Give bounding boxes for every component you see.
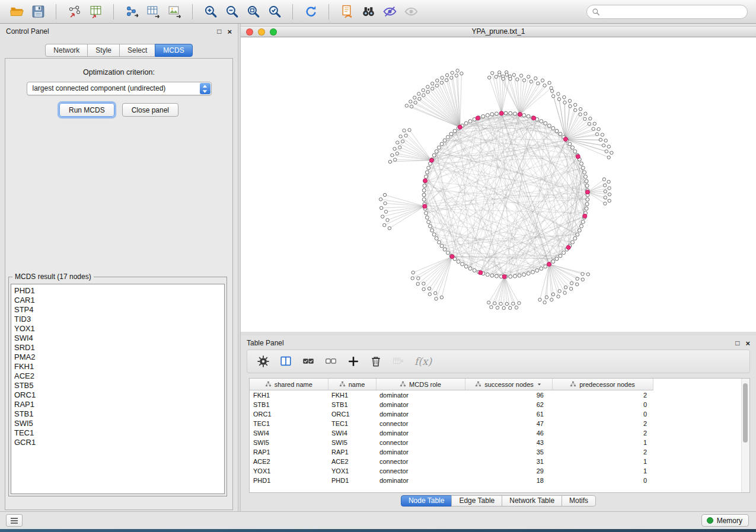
graph-node[interactable] [453, 129, 457, 133]
graph-node-dominator[interactable] [429, 158, 433, 162]
graph-node[interactable] [579, 113, 582, 116]
cell-shared-name[interactable]: RAP1 [250, 447, 328, 457]
graph-node[interactable] [576, 283, 579, 286]
cell-shared-name[interactable]: STB1 [250, 400, 328, 409]
graph-node[interactable] [558, 290, 561, 293]
graph-node[interactable] [522, 114, 526, 117]
graph-node[interactable] [585, 203, 589, 206]
cell-predecessor-nodes[interactable]: 1 [552, 466, 653, 476]
import-table-file-button[interactable] [85, 2, 106, 21]
graph-node[interactable] [607, 180, 610, 183]
cell-shared-name[interactable]: ORC1 [250, 409, 328, 419]
graph-node[interactable] [440, 296, 443, 299]
table-row[interactable]: SWI4SWI4dominator462 [250, 428, 653, 438]
column-header-shared-name[interactable]: shared name [250, 379, 328, 390]
graph-node[interactable] [571, 146, 575, 149]
table-row[interactable]: PHD1PHD1dominator180 [250, 476, 653, 485]
graph-node[interactable] [552, 95, 555, 98]
graph-node[interactable] [513, 112, 517, 116]
cell-successor-nodes[interactable]: 61 [465, 409, 552, 419]
cell-successor-nodes[interactable]: 62 [465, 400, 552, 409]
mcds-result-item[interactable]: SRD1 [14, 343, 224, 352]
close-panel-action-button[interactable]: Close panel [122, 103, 178, 117]
graph-node[interactable] [540, 120, 543, 123]
tab-network-table[interactable]: Network Table [502, 495, 562, 507]
taskbar-list-button[interactable] [6, 514, 23, 527]
cell-mcds-role[interactable]: dominator [376, 400, 465, 409]
cell-name[interactable]: SWI4 [328, 428, 376, 438]
graph-node[interactable] [468, 267, 472, 270]
graph-node[interactable] [426, 85, 429, 88]
import-network-file-button[interactable] [63, 2, 85, 21]
graph-node[interactable] [568, 100, 571, 102]
graph-node[interactable] [557, 92, 560, 95]
graph-node[interactable] [409, 100, 412, 103]
graph-node[interactable] [416, 283, 419, 286]
graph-node[interactable] [551, 260, 555, 264]
graph-node[interactable] [573, 236, 577, 240]
graph-node-dominator[interactable] [532, 116, 536, 120]
graph-node[interactable] [502, 306, 505, 309]
graph-node[interactable] [512, 302, 515, 305]
graph-node[interactable] [592, 127, 595, 130]
graph-node[interactable] [435, 236, 438, 240]
zoom-in-button[interactable] [200, 2, 221, 21]
graph-node[interactable] [468, 120, 472, 123]
graph-node[interactable] [455, 74, 458, 77]
graph-node[interactable] [535, 269, 539, 273]
graph-node[interactable] [388, 227, 391, 230]
cell-predecessor-nodes[interactable]: 0 [552, 400, 653, 409]
graph-node[interactable] [498, 73, 501, 76]
graph-node[interactable] [551, 127, 555, 130]
run-mcds-button[interactable]: Run MCDS [59, 103, 114, 117]
graph-node[interactable] [425, 216, 429, 219]
graph-node[interactable] [547, 124, 551, 127]
graph-node[interactable] [581, 278, 584, 281]
cell-predecessor-nodes[interactable]: 0 [552, 476, 653, 485]
graph-node[interactable] [559, 132, 562, 136]
graph-node[interactable] [417, 92, 420, 95]
graph-node-dominator[interactable] [458, 125, 462, 129]
table-row[interactable]: SWI5SWI5connector431 [250, 438, 653, 447]
graph-node[interactable] [555, 257, 559, 261]
export-image-button[interactable] [164, 2, 185, 21]
graph-node[interactable] [440, 81, 443, 84]
graph-node[interactable] [408, 129, 411, 132]
graph-node[interactable] [404, 134, 407, 137]
cell-successor-nodes[interactable]: 46 [465, 428, 552, 438]
graph-node[interactable] [486, 273, 489, 277]
graph-node[interactable] [584, 112, 587, 115]
memory-button[interactable]: Memory [701, 514, 749, 527]
graph-node[interactable] [422, 288, 425, 291]
graph-node[interactable] [522, 79, 525, 82]
mcds-result-item[interactable]: CAR1 [14, 296, 224, 305]
cell-mcds-role[interactable]: connector [376, 438, 465, 447]
graph-node[interactable] [431, 87, 434, 90]
graph-node[interactable] [473, 269, 476, 273]
graph-node[interactable] [586, 198, 589, 201]
graph-node[interactable] [568, 142, 572, 146]
graph-node[interactable] [537, 82, 540, 85]
graph-node[interactable] [434, 291, 437, 294]
cell-mcds-role[interactable]: dominator [376, 409, 465, 419]
graph-node[interactable] [464, 121, 468, 125]
column-header-name[interactable]: name [328, 379, 376, 390]
mcds-result-item[interactable]: FKH1 [14, 362, 224, 371]
mcds-result-item[interactable]: TEC1 [14, 428, 224, 438]
cell-name[interactable]: PHD1 [328, 476, 376, 485]
graph-node[interactable] [571, 241, 575, 244]
cell-successor-nodes[interactable]: 35 [465, 447, 552, 457]
graph-node[interactable] [576, 277, 579, 280]
graph-node[interactable] [499, 302, 502, 305]
graph-node[interactable] [563, 95, 566, 98]
graph-node[interactable] [391, 153, 394, 156]
share-document-button[interactable] [336, 2, 358, 21]
cell-shared-name[interactable]: FKH1 [250, 390, 328, 400]
graph-node-dominator[interactable] [476, 116, 480, 120]
cell-successor-nodes[interactable]: 29 [465, 466, 552, 476]
graph-node[interactable] [490, 306, 493, 309]
graph-node[interactable] [438, 241, 441, 244]
graph-node[interactable] [557, 295, 560, 298]
tab-motifs[interactable]: Motifs [562, 495, 596, 507]
graph-node[interactable] [522, 273, 526, 277]
